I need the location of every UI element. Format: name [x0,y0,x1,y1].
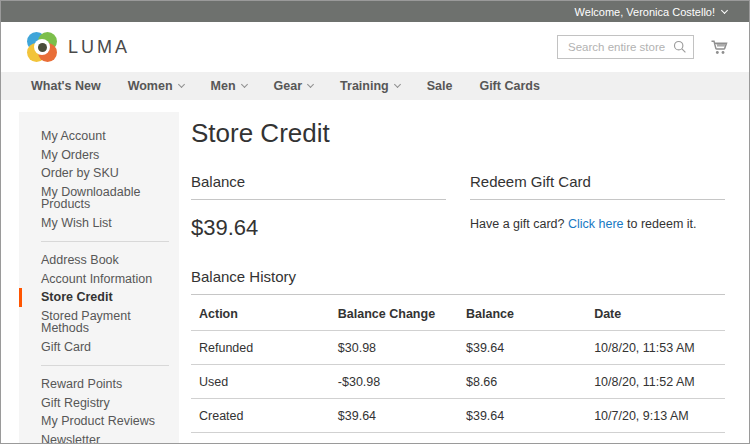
welcome-menu[interactable]: Welcome, Veronica Costello! [575,6,727,18]
sidebar-divider [41,365,169,366]
top-panel: Welcome, Veronica Costello! [1,1,749,22]
balance-heading: Balance [191,173,446,200]
column-header-date: Date [586,296,725,331]
sidebar-item-account-information[interactable]: Account Information [19,270,179,289]
chevron-down-icon [394,81,401,88]
nav-item-whats-new[interactable]: What's New [31,79,101,93]
cell-balance-change: -$30.98 [330,365,458,399]
redeem-click-here-link[interactable]: Click here [568,217,624,231]
nav-label: Women [128,79,173,93]
nav-item-training[interactable]: Training [340,79,400,93]
page-title: Store Credit [191,118,725,149]
nav-label: Gift Cards [479,79,539,93]
nav-item-sale[interactable]: Sale [427,79,453,93]
welcome-text: Welcome, Veronica Costello! [575,6,715,18]
redeem-heading: Redeem Gift Card [470,173,725,200]
column-header-balance-change: Balance Change [330,296,458,331]
balance-history-section: Balance History Action Balance Change Ba… [191,268,725,433]
main-area: Store Credit Balance $39.64 Redeem Gift … [191,112,725,433]
sidebar-item-my-account[interactable]: My Account [19,127,179,146]
nav-item-gear[interactable]: Gear [274,79,314,93]
cell-date: 10/7/20, 9:13 AM [586,399,725,433]
sidebar-item-gift-registry[interactable]: Gift Registry [19,394,179,413]
search-box [557,35,694,59]
nav-label: Training [340,79,389,93]
balance-history-heading: Balance History [191,268,725,295]
sidebar-item-my-orders[interactable]: My Orders [19,146,179,165]
table-row: Used -$30.98 $8.66 10/8/20, 11:52 AM [191,365,725,399]
nav-label: Sale [427,79,453,93]
chevron-down-icon [178,81,185,88]
cell-action: Used [191,365,330,399]
cell-date: 10/8/20, 11:52 AM [586,365,725,399]
cell-action: Refunded [191,331,330,365]
sidebar-divider [41,241,169,242]
sidebar-item-address-book[interactable]: Address Book [19,251,179,270]
page-header: LUMA [1,22,749,72]
cell-action: Created [191,399,330,433]
sidebar-item-my-product-reviews[interactable]: My Product Reviews [19,412,179,431]
sidebar-item-gift-card[interactable]: Gift Card [19,338,179,357]
credit-columns: Balance $39.64 Redeem Gift Card Have a g… [191,173,725,241]
luma-logo[interactable]: LUMA [27,32,130,62]
redeem-text: Have a gift card? Click here to redeem i… [470,217,725,231]
cell-balance-change: $39.64 [330,399,458,433]
cell-balance-change: $30.98 [330,331,458,365]
column-header-action: Action [191,296,330,331]
sidebar-item-stored-payment-methods[interactable]: Stored Payment Methods [19,307,179,338]
redeem-text-before: Have a gift card? [470,217,568,231]
column-header-balance: Balance [458,296,586,331]
nav-label: Gear [274,79,303,93]
main-navigation: What's New Women Men Gear Training Sale … [1,72,749,100]
table-row: Created $39.64 $39.64 10/7/20, 9:13 AM [191,399,725,433]
cell-balance: $39.64 [458,331,586,365]
cell-date: 10/8/20, 11:53 AM [586,331,725,365]
balance-section: Balance $39.64 [191,173,446,241]
cell-balance: $8.66 [458,365,586,399]
sidebar-item-my-downloadable-products[interactable]: My Downloadable Products [19,183,179,214]
sidebar-item-newsletter-subscriptions[interactable]: Newsletter Subscriptions [19,431,179,444]
search-icon[interactable] [673,40,687,54]
luma-logo-icon [27,32,57,62]
page-content: My Account My Orders Order by SKU My Dow… [1,100,749,444]
luma-logo-text: LUMA [68,37,130,58]
balance-amount: $39.64 [191,215,446,241]
chevron-down-icon [307,81,314,88]
nav-item-men[interactable]: Men [211,79,247,93]
redeem-section: Redeem Gift Card Have a gift card? Click… [470,173,725,241]
cart-icon[interactable] [709,37,729,57]
account-sidebar: My Account My Orders Order by SKU My Dow… [19,112,179,444]
nav-label: Men [211,79,236,93]
chevron-down-icon [241,81,248,88]
browser-page: Welcome, Veronica Costello! LUMA [0,0,750,444]
sidebar-item-my-wish-list[interactable]: My Wish List [19,214,179,233]
sidebar-item-store-credit[interactable]: Store Credit [19,288,179,307]
sidebar-item-order-by-sku[interactable]: Order by SKU [19,164,179,183]
nav-item-women[interactable]: Women [128,79,184,93]
nav-label: What's New [31,79,101,93]
header-actions [557,35,729,59]
balance-history-table: Action Balance Change Balance Date Refun… [191,296,725,433]
sidebar-item-reward-points[interactable]: Reward Points [19,375,179,394]
cell-balance: $39.64 [458,399,586,433]
table-row: Refunded $30.98 $39.64 10/8/20, 11:53 AM [191,331,725,365]
redeem-text-after: to redeem it. [624,217,697,231]
nav-item-gift-cards[interactable]: Gift Cards [479,79,539,93]
table-header-row: Action Balance Change Balance Date [191,296,725,331]
chevron-down-icon [721,6,728,13]
